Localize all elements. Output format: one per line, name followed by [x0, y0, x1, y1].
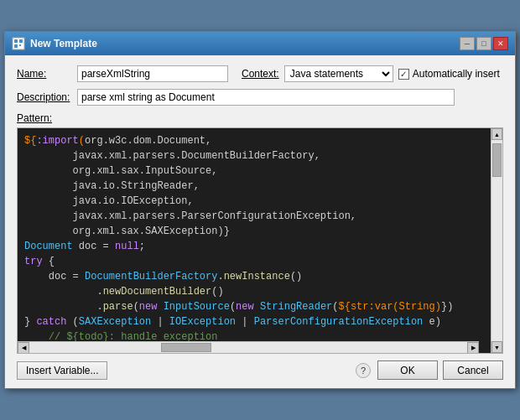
bottom-bar: Insert Variable... ? OK Cancel [17, 360, 503, 380]
svg-rect-4 [19, 44, 21, 46]
dialog-buttons: OK Cancel [377, 360, 503, 380]
svg-rect-1 [14, 39, 18, 43]
pattern-area: Pattern: ${:import(org.w3c.dom.Document,… [17, 112, 503, 354]
vscroll-track[interactable] [491, 140, 502, 341]
context-select[interactable]: Java statements Java expressions Java de… [284, 65, 393, 82]
close-button[interactable]: ✕ [493, 37, 508, 50]
svg-rect-2 [19, 39, 23, 43]
scroll-down-button[interactable]: ▼ [491, 341, 502, 353]
description-input[interactable] [77, 89, 455, 106]
description-row: Description: [17, 89, 503, 106]
name-input[interactable] [77, 65, 228, 82]
code-container: ${:import(org.w3c.dom.Document, javax.xm… [17, 127, 503, 354]
name-row: Name: Context: Java statements Java expr… [17, 65, 503, 82]
description-label: Description: [17, 91, 77, 103]
scroll-right-button[interactable]: ▶ [467, 342, 479, 354]
ok-button[interactable]: OK [377, 360, 438, 380]
context-area: Context: Java statements Java expression… [242, 65, 500, 82]
new-template-dialog: New Template ─ □ ✕ Name: Context: Java s… [4, 31, 516, 389]
dialog-actions: ? OK Cancel [356, 360, 503, 380]
vertical-scrollbar[interactable]: ▲ ▼ [491, 128, 502, 353]
auto-insert-area: ✓ Automatically insert [398, 68, 500, 80]
insert-variable-button[interactable]: Insert Variable... [17, 361, 107, 380]
title-buttons: ─ □ ✕ [460, 37, 508, 50]
auto-insert-checkbox[interactable]: ✓ [398, 69, 409, 80]
code-editor[interactable]: ${:import(org.w3c.dom.Document, javax.xm… [18, 128, 491, 341]
dialog-icon [12, 37, 25, 50]
name-label: Name: [17, 68, 77, 80]
pattern-label: Pattern: [17, 112, 503, 124]
cancel-button[interactable]: Cancel [443, 360, 503, 380]
dialog-content: Name: Context: Java statements Java expr… [5, 55, 515, 388]
title-bar: New Template ─ □ ✕ [5, 32, 515, 55]
title-bar-left: New Template [12, 37, 97, 50]
hscroll-thumb[interactable] [161, 343, 211, 352]
horizontal-scrollbar[interactable]: ◀ ▶ [18, 341, 479, 353]
scroll-up-button[interactable]: ▲ [491, 128, 502, 140]
dialog-title: New Template [30, 38, 97, 49]
maximize-button[interactable]: □ [476, 37, 491, 50]
svg-rect-3 [14, 44, 18, 48]
auto-insert-label: Automatically insert [413, 68, 500, 80]
help-button[interactable]: ? [356, 363, 371, 378]
vscroll-thumb[interactable] [492, 143, 502, 177]
code-wrapper: ${:import(org.w3c.dom.Document, javax.xm… [18, 128, 491, 353]
context-label: Context: [242, 68, 279, 80]
scroll-left-button[interactable]: ◀ [18, 342, 29, 354]
minimize-button[interactable]: ─ [460, 37, 475, 50]
hscroll-track[interactable] [29, 342, 467, 353]
